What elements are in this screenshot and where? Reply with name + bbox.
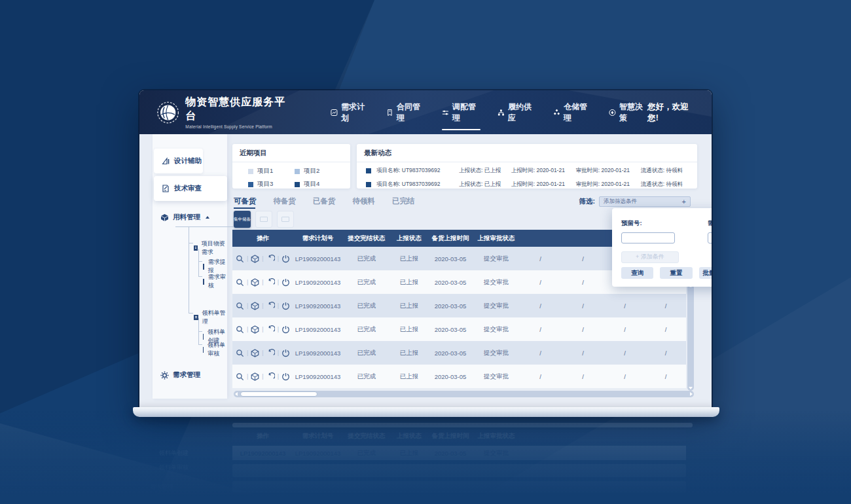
package-icon[interactable] bbox=[251, 325, 259, 334]
sidebar-item-design-assist[interactable]: 设计辅助 bbox=[154, 149, 203, 173]
nav-item-contract-mgmt[interactable]: 合同管理 bbox=[386, 98, 425, 128]
power-icon[interactable] bbox=[281, 255, 290, 263]
undo-icon[interactable] bbox=[266, 349, 275, 357]
nav-label: 调配管理 bbox=[452, 101, 480, 124]
table-row[interactable]: | | | LP19092000143 已完成 已上报 2020-03-05 提… bbox=[232, 294, 686, 317]
nav-item-warehouse-mgmt[interactable]: 仓储管理 bbox=[553, 98, 592, 128]
table-row[interactable]: | | | LP19092000143 已完成 已上报 2020-03-05 提… bbox=[232, 341, 686, 365]
horizontal-scrollbar[interactable] bbox=[234, 391, 694, 397]
nav-item-performance-supply[interactable]: 履约供应 bbox=[498, 98, 536, 128]
batch-stock-button[interactable]: 批量备货 bbox=[699, 267, 712, 279]
cell-report-status: 已上报 bbox=[391, 372, 427, 381]
cell-finish-status: 已完成 bbox=[342, 349, 391, 357]
reserve-no-input[interactable] bbox=[621, 232, 675, 243]
divider: | bbox=[247, 255, 248, 262]
scroll-right-arrow-icon[interactable] bbox=[690, 392, 693, 396]
tree-connector bbox=[198, 276, 202, 277]
cell-plan-no: LP19092000143 bbox=[293, 255, 342, 262]
scroll-down-arrow-icon[interactable] bbox=[689, 387, 693, 389]
column-header: 提交完结状态 bbox=[342, 234, 391, 243]
horizontal-scrollbar-thumb[interactable] bbox=[240, 391, 317, 397]
reserve-no-label: 预留号: bbox=[621, 219, 675, 228]
undo-icon[interactable] bbox=[266, 255, 275, 263]
cell-extra: / bbox=[645, 326, 686, 333]
update-name-label: 项目名称: bbox=[376, 167, 400, 173]
power-icon[interactable] bbox=[281, 349, 290, 357]
update-row[interactable]: 项目名称: UT9837039692 上报状态: 已上报 上报时间: 2020-… bbox=[357, 179, 697, 190]
popup-fields: 预留号: 需求计划号: bbox=[621, 219, 712, 243]
brand: 物资智慧供应服务平台 Material Intelligent Supply S… bbox=[156, 96, 289, 129]
package-icon[interactable] bbox=[251, 349, 259, 357]
power-icon[interactable] bbox=[281, 325, 290, 334]
cell-finish-status: 已完成 bbox=[342, 372, 391, 381]
package-icon[interactable] bbox=[251, 302, 259, 310]
reset-button[interactable]: 重置 bbox=[660, 267, 692, 279]
update-time-label: 上报时间: bbox=[511, 167, 535, 173]
update-row[interactable]: 项目名称: UT9837039692 上报状态: 已上报 上报时间: 2020-… bbox=[357, 165, 697, 176]
divider: | bbox=[262, 279, 263, 285]
plan-no-field: 需求计划号: bbox=[708, 219, 712, 243]
table-row[interactable]: | | | LP19092000143 已完成 已上报 2020-03-05 提… bbox=[232, 317, 686, 341]
search-icon[interactable] bbox=[236, 349, 244, 357]
search-icon[interactable] bbox=[236, 278, 244, 287]
power-icon[interactable] bbox=[281, 372, 290, 381]
package-icon[interactable] bbox=[251, 255, 259, 263]
sidebar-item-picking-mgmt[interactable]: 领料单管理 bbox=[194, 309, 227, 326]
legend-item[interactable]: 项目3 bbox=[248, 180, 295, 189]
nav-item-smart-decision[interactable]: 智慧决策 bbox=[609, 98, 647, 128]
legend-item[interactable]: 项目1 bbox=[248, 167, 295, 175]
add-condition-button: + 添加条件 bbox=[621, 251, 679, 263]
sidebar-item-demand-review[interactable]: 需求审核 bbox=[203, 273, 227, 290]
divider: | bbox=[278, 373, 279, 380]
package-icon[interactable] bbox=[251, 278, 259, 287]
tab-ready-to-stock[interactable]: 可备货 bbox=[234, 196, 257, 209]
cell-extra: / bbox=[562, 350, 604, 357]
plan-no-input[interactable] bbox=[708, 232, 712, 243]
sidebar-item-tech-review[interactable]: 技术审查 bbox=[154, 176, 227, 201]
nav-item-demand-plan[interactable]: 需求计划 bbox=[331, 98, 369, 128]
legend-label: 项目2 bbox=[304, 167, 319, 175]
update-name-value: UT9837039692 bbox=[402, 181, 441, 187]
scroll-left-arrow-icon[interactable] bbox=[235, 392, 238, 396]
clipboard-icon bbox=[194, 315, 198, 320]
search-icon[interactable] bbox=[236, 255, 244, 263]
sidebar-item-demand-mgmt[interactable]: 需求管理 bbox=[160, 370, 200, 380]
tab-pending-pick[interactable]: 待领料 bbox=[353, 196, 376, 209]
search-icon[interactable] bbox=[236, 325, 244, 334]
app-header: 物资智慧供应服务平台 Material Intelligent Supply S… bbox=[139, 90, 712, 134]
tab-stocked[interactable]: 已备货 bbox=[313, 196, 336, 209]
central-reserve-button[interactable]: 集中储备 bbox=[234, 211, 251, 228]
undo-icon[interactable] bbox=[266, 278, 275, 287]
undo-icon[interactable] bbox=[266, 372, 275, 381]
cell-extra: / bbox=[604, 302, 645, 310]
sidebar-item-material-mgmt[interactable]: 用料管理 bbox=[160, 213, 209, 222]
document-check-icon bbox=[162, 185, 170, 192]
power-icon[interactable] bbox=[281, 302, 290, 310]
laptop-base bbox=[133, 407, 719, 417]
sidebar-item-picking-review[interactable]: 领料单审核 bbox=[203, 341, 227, 358]
gear-icon bbox=[160, 371, 169, 380]
package-icon[interactable] bbox=[251, 372, 259, 381]
power-icon[interactable] bbox=[281, 278, 290, 287]
cell-finish-status: 已完成 bbox=[342, 302, 391, 310]
legend-item[interactable]: 项目4 bbox=[295, 180, 341, 189]
search-icon[interactable] bbox=[236, 302, 244, 310]
tab-completed[interactable]: 已完结 bbox=[392, 196, 415, 209]
tab-pending-stock[interactable]: 待备货 bbox=[274, 196, 297, 209]
cell-plan-no: LP19092000143 bbox=[293, 350, 342, 357]
add-filter-condition-box[interactable]: 添加筛选条件 + bbox=[599, 196, 691, 207]
cell-stock-time: 2020-03-05 bbox=[427, 326, 473, 333]
brand-text: 物资智慧供应服务平台 Material Intelligent Supply S… bbox=[185, 96, 289, 129]
nav-item-allocation-mgmt[interactable]: 调配管理 bbox=[442, 98, 480, 128]
cell-plan-no: LP19092000143 bbox=[293, 279, 342, 286]
query-button[interactable]: 查询 bbox=[621, 267, 653, 279]
table-row[interactable]: | | | LP19092000143 已完成 已上报 2020-03-05 提… bbox=[232, 365, 686, 388]
undo-icon[interactable] bbox=[266, 302, 275, 310]
cell-approval-status: 提交审批 bbox=[473, 325, 519, 334]
undo-icon[interactable] bbox=[266, 325, 275, 334]
search-icon[interactable] bbox=[236, 372, 244, 381]
update-time-label: 上报时间: bbox=[511, 181, 535, 187]
legend-item[interactable]: 项目2 bbox=[295, 167, 341, 175]
cell-report-status: 已上报 bbox=[391, 325, 427, 334]
sidebar-item-project-material-demand[interactable]: 项目物资需求 bbox=[194, 240, 227, 257]
